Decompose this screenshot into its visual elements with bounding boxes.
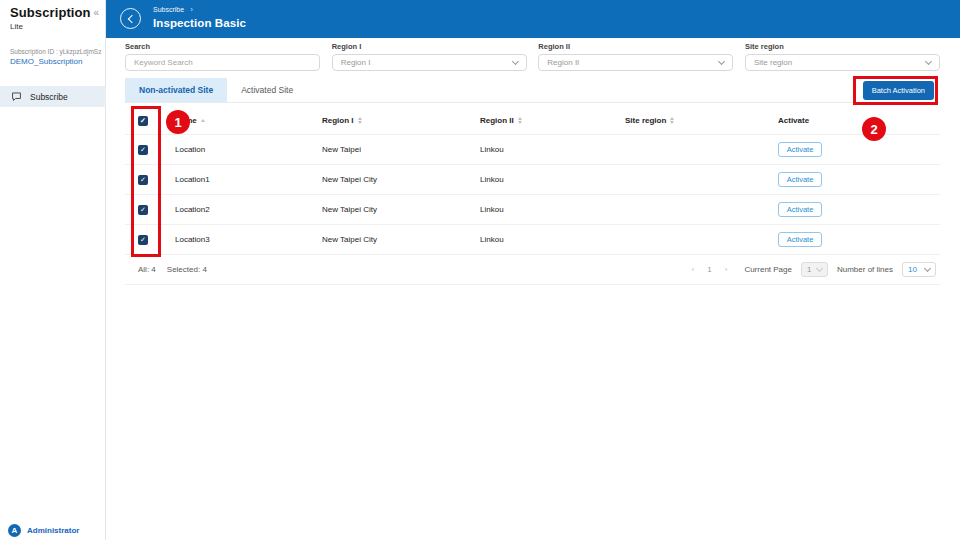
current-page-label: Current Page [744, 265, 792, 274]
selected-count: Selected: 4 [167, 265, 207, 274]
header-region2[interactable]: Region II [480, 116, 625, 125]
subscription-name-link[interactable]: DEMO_Subscription [10, 57, 82, 66]
tab-bar: Non-activated Site Activated Site Batch … [125, 78, 940, 103]
sidebar: Subscription « Lite Subscription ID : yL… [0, 0, 106, 540]
pagination: ‹ 1 › Current Page 1 Number of lines 10 [692, 262, 940, 277]
region2-value: Region II [547, 58, 579, 67]
header-site-region[interactable]: Site region [625, 116, 760, 125]
tab-non-activated-site[interactable]: Non-activated Site [125, 78, 227, 102]
cell-region2: Linkou [480, 205, 625, 214]
region1-value: Region I [341, 58, 371, 67]
lines-per-page-select[interactable]: 10 [902, 262, 936, 277]
tab-activated-site[interactable]: Activated Site [227, 78, 307, 102]
user-account[interactable]: A Administrator [8, 524, 79, 537]
activate-button[interactable]: Activate [778, 232, 822, 247]
header-activate: Activate [760, 116, 940, 125]
cell-name: Location3 [175, 235, 322, 244]
page-title: Inspection Basic [153, 17, 246, 29]
cell-region1: New Taipei City [322, 175, 480, 184]
cell-name: Location2 [175, 205, 322, 214]
cell-region1: New Taipei [322, 145, 480, 154]
chevron-down-icon [718, 57, 725, 64]
region1-label: Region I [332, 42, 527, 51]
cell-name: Location [175, 145, 322, 154]
header-name[interactable]: Name [175, 116, 322, 125]
table-row: ✓ Location2 New Taipei City Linkou Activ… [125, 195, 940, 225]
search-label: Search [125, 42, 320, 51]
region2-field-group: Region II Region II [538, 38, 733, 76]
cell-region1: New Taipei City [322, 235, 480, 244]
sidebar-item-label: Subscribe [30, 92, 68, 102]
sort-icon [670, 117, 674, 125]
activate-button[interactable]: Activate [778, 202, 822, 217]
page-prev-icon[interactable]: ‹ [692, 265, 695, 274]
filter-bar: Search Region I Region I Region II Regio… [125, 38, 940, 76]
sidebar-title: Subscription [10, 5, 91, 20]
user-name: Administrator [27, 526, 79, 535]
table-row: ✓ Location New Taipei Linkou Activate [125, 135, 940, 165]
count-summary: All: 4 Selected: 4 [125, 265, 207, 274]
chevron-down-icon [512, 57, 519, 64]
back-button[interactable] [120, 8, 141, 29]
subscription-id-label: Subscription ID : yLkzpzLdjmSz [10, 48, 101, 55]
lines-label: Number of lines [837, 265, 893, 274]
annotation-step-1-badge: 1 [166, 110, 190, 134]
activate-button[interactable]: Activate [778, 172, 822, 187]
cell-region2: Linkou [480, 235, 625, 244]
sort-icon [358, 117, 362, 125]
avatar: A [8, 524, 21, 537]
region1-field-group: Region I Region I [332, 38, 527, 76]
main-area: Subscribe › Inspection Basic Search Regi… [106, 0, 960, 540]
search-input[interactable] [134, 58, 311, 67]
breadcrumb-separator-icon: › [190, 5, 193, 14]
table-footer: All: 4 Selected: 4 ‹ 1 › Current Page 1 … [125, 255, 940, 285]
table-row: ✓ Location1 New Taipei City Linkou Activ… [125, 165, 940, 195]
cell-region2: Linkou [480, 145, 625, 154]
header-region1[interactable]: Region I [322, 116, 480, 125]
table-row: ✓ Location3 New Taipei City Linkou Activ… [125, 225, 940, 255]
sort-icon [518, 117, 522, 125]
chevron-down-icon [816, 264, 823, 271]
annotation-step-2-badge: 2 [862, 117, 886, 141]
region2-label: Region II [538, 42, 733, 51]
chevron-left-icon [127, 14, 135, 22]
activate-button[interactable]: Activate [778, 142, 822, 157]
annotation-box-checkbox-column [131, 106, 161, 257]
lines-value: 10 [908, 265, 917, 274]
region2-select[interactable]: Region II [538, 54, 733, 71]
sort-asc-icon [201, 119, 205, 122]
plan-label: Lite [10, 22, 23, 31]
all-count: All: 4 [138, 265, 156, 274]
chevron-down-icon [924, 264, 931, 271]
cell-region1: New Taipei City [322, 205, 480, 214]
sidebar-collapse-icon[interactable]: « [93, 7, 99, 18]
breadcrumb[interactable]: Subscribe › [153, 5, 246, 14]
sidebar-item-subscribe[interactable]: Subscribe [0, 86, 106, 107]
app-window: Subscription « Lite Subscription ID : yL… [0, 0, 960, 540]
header-text-block: Subscribe › Inspection Basic [153, 5, 246, 29]
chevron-down-icon [925, 57, 932, 64]
cell-name: Location1 [175, 175, 322, 184]
page-next-icon[interactable]: › [725, 265, 728, 274]
region1-select[interactable]: Region I [332, 54, 527, 71]
cell-region2: Linkou [480, 175, 625, 184]
search-field-group: Search [125, 38, 320, 76]
current-page-input[interactable]: 1 [801, 262, 828, 277]
annotation-box-batch-activation [853, 76, 938, 105]
search-input-box [125, 54, 320, 71]
site-region-select[interactable]: Site region [745, 54, 940, 71]
site-table: ✓ Name Region I Region II Site region [125, 107, 940, 285]
pager: ‹ 1 › [692, 265, 728, 274]
page-header: Subscribe › Inspection Basic [106, 0, 960, 38]
breadcrumb-item[interactable]: Subscribe [153, 6, 184, 13]
site-region-field-group: Site region Site region [745, 38, 940, 76]
site-region-label: Site region [745, 42, 940, 51]
table-header-row: ✓ Name Region I Region II Site region [125, 107, 940, 135]
page-number[interactable]: 1 [707, 265, 711, 274]
site-region-value: Site region [754, 58, 792, 67]
subscribe-icon [11, 91, 22, 102]
